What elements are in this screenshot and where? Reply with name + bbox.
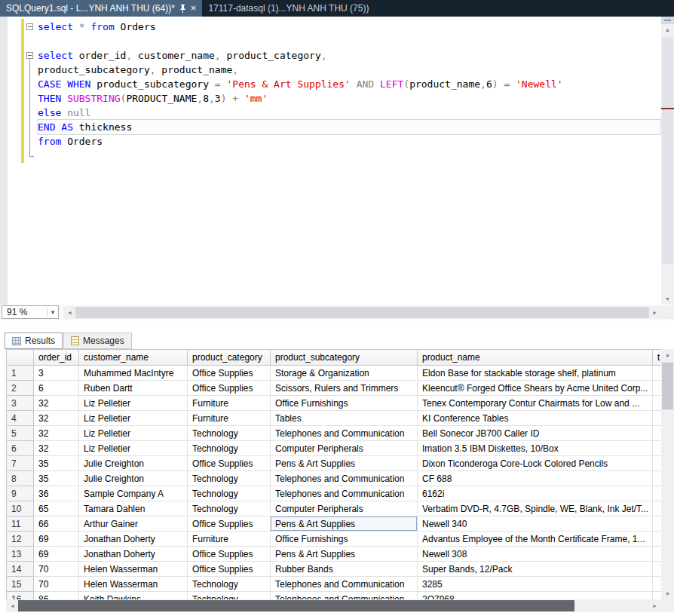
row-number[interactable]: 16 — [7, 592, 34, 600]
grid-cell[interactable]: 6162i — [418, 486, 653, 501]
grid-cell[interactable]: 65 — [34, 501, 79, 516]
grid-cell[interactable]: Pens & Art Supplies — [271, 547, 418, 562]
column-header[interactable]: product_subcategory — [271, 350, 418, 366]
grid-cell[interactable]: Liz Pelletier — [79, 411, 188, 426]
grid-cell[interactable]: Office Furnishings — [271, 532, 418, 547]
grid-cell[interactable]: 3 — [34, 366, 79, 381]
grid-cell[interactable]: Office Supplies — [188, 381, 271, 396]
code-line[interactable]: else null — [38, 106, 660, 120]
grid-cell[interactable]: Advantus Employee of the Month Certifica… — [418, 532, 653, 547]
grid-cell[interactable]: Office Supplies — [188, 547, 271, 562]
scroll-up-icon[interactable]: ▲ — [661, 349, 674, 360]
scroll-down-icon[interactable]: ▼ — [661, 588, 674, 599]
grid-cell[interactable]: Technology — [188, 426, 271, 441]
grid-cell[interactable]: Keith Dawkins — [79, 592, 188, 600]
row-number-header[interactable] — [7, 350, 34, 366]
scroll-left-icon[interactable]: ◄ — [6, 599, 19, 612]
tab-17117-datasql[interactable]: 17117-datasql (1)...YNH ANH THU (75)) — [202, 0, 375, 17]
row-number[interactable]: 12 — [7, 532, 34, 547]
grid-cell[interactable]: Telephones and Communication — [271, 486, 418, 501]
grid-cell[interactable]: Helen Wasserman — [79, 577, 188, 592]
grid-cell[interactable]: Office Supplies — [188, 456, 271, 471]
grid-cell[interactable]: Newell 340 — [418, 516, 653, 532]
code-line[interactable]: select * from Orders — [38, 20, 660, 34]
scroll-up-icon[interactable]: ▲ — [661, 24, 674, 35]
grid-cell[interactable]: Helen Wasserman — [79, 562, 188, 577]
grid-cell[interactable]: Kleencut® Forged Office Shears by Acme U… — [418, 381, 653, 396]
editor-vertical-scrollbar[interactable]: ▲ ▼ — [661, 17, 674, 305]
code-area[interactable]: select * from Orders select order_id, cu… — [0, 17, 660, 163]
grid-cell[interactable]: Furniture — [188, 396, 271, 411]
code-line[interactable]: END AS thickness — [38, 120, 660, 134]
code-line[interactable]: select order_id, customer_name, product_… — [38, 48, 660, 63]
grid-cell[interactable]: Telephones and Communication — [271, 592, 418, 600]
scroll-right-icon[interactable]: ► — [648, 306, 661, 319]
grid-cell[interactable]: Office Supplies — [188, 366, 271, 381]
grid-cell[interactable]: 32 — [34, 396, 79, 411]
grid-cell[interactable]: Office Supplies — [188, 516, 271, 532]
row-number[interactable]: 14 — [7, 562, 34, 577]
row-number[interactable]: 9 — [7, 486, 34, 501]
grid-cell[interactable]: Verbatim DVD-R, 4.7GB, Spindle, WE, Blan… — [418, 501, 653, 516]
grid-cell[interactable]: Liz Pelletier — [79, 426, 188, 441]
grid-cell[interactable]: Jonathan Doherty — [79, 532, 188, 547]
row-number[interactable]: 15 — [7, 577, 34, 592]
grid-horizontal-scrollbar[interactable]: ◄ ► — [6, 599, 661, 612]
grid-cell[interactable]: Office Supplies — [188, 562, 271, 577]
grid-cell[interactable]: Imation 3.5 IBM Diskettes, 10/Box — [418, 441, 653, 456]
grid-cell[interactable]: Julie Creighton — [79, 471, 188, 486]
grid-cell[interactable]: 32 — [34, 441, 79, 456]
grid-cell[interactable]: Jonathan Doherty — [79, 547, 188, 562]
column-header[interactable]: product_name — [418, 350, 653, 366]
row-number[interactable]: 4 — [7, 411, 34, 426]
grid-cell[interactable]: Technology — [188, 501, 271, 516]
code-line[interactable] — [38, 149, 660, 163]
tab-messages[interactable]: Messages — [63, 333, 132, 349]
code-line[interactable]: from Orders — [38, 134, 660, 149]
column-header[interactable]: product_category — [188, 350, 271, 366]
editor-horizontal-scrollbar[interactable]: ◄ ► — [63, 306, 661, 319]
grid-cell[interactable]: Tables — [271, 411, 418, 426]
row-number[interactable]: 6 — [7, 441, 34, 456]
split-gripper[interactable] — [661, 17, 674, 24]
grid-cell[interactable]: 69 — [34, 547, 79, 562]
grid-cell[interactable]: Computer Peripherals — [271, 441, 418, 456]
tab-sqlquery1[interactable]: SQLQuery1.sql - L...YNH ANH THU (64))* × — [0, 0, 202, 17]
grid-cell[interactable]: Dixon Ticonderoga Core-Lock Colored Penc… — [418, 456, 653, 471]
grid-cell[interactable]: Julie Creighton — [79, 456, 188, 471]
grid-cell[interactable]: Eldon Base for stackable storage shelf, … — [418, 366, 653, 381]
grid-cell[interactable]: Tenex Contemporary Contur Chairmats for … — [418, 396, 653, 411]
grid-cell[interactable]: Muhammed MacIntyre — [79, 366, 188, 381]
grid-cell[interactable]: 35 — [34, 456, 79, 471]
code-line[interactable]: CASE WHEN product_subcategory = 'Pens & … — [38, 77, 660, 91]
grid-vertical-scrollbar[interactable]: ▲ ▼ — [661, 349, 674, 599]
row-number[interactable]: 7 — [7, 456, 34, 471]
grid-cell[interactable]: Office Furnishings — [271, 396, 418, 411]
zoom-combo[interactable]: 91 % ▾ — [2, 305, 59, 319]
column-header[interactable]: customer_name — [79, 350, 188, 366]
editor-hscroll-thumb[interactable] — [75, 307, 649, 318]
grid-cell[interactable]: Bell Sonecor JB700 Caller ID — [418, 426, 653, 441]
grid-cell[interactable]: Tamara Dahlen — [79, 501, 188, 516]
grid-cell[interactable]: Storage & Organization — [271, 366, 418, 381]
grid-cell[interactable]: 36 — [34, 486, 79, 501]
pin-icon[interactable] — [179, 5, 186, 13]
grid-cell[interactable]: Telephones and Communication — [271, 471, 418, 486]
editor-vscroll-thumb[interactable] — [662, 38, 673, 264]
row-number[interactable]: 10 — [7, 501, 34, 516]
row-number[interactable]: 3 — [7, 396, 34, 411]
grid-cell[interactable]: 66 — [34, 516, 79, 532]
grid-cell[interactable]: Furniture — [188, 411, 271, 426]
grid-cell[interactable]: Sample Company A — [79, 486, 188, 501]
grid-cell[interactable]: 32 — [34, 426, 79, 441]
grid-cell[interactable]: Pens & Art Supplies — [271, 516, 418, 532]
grid-vscroll-thumb[interactable] — [662, 363, 673, 409]
grid-cell[interactable]: Scissors, Rulers and Trimmers — [271, 381, 418, 396]
grid-cell[interactable]: Telephones and Communication — [271, 577, 418, 592]
grid-cell[interactable]: Telephones and Communication — [271, 426, 418, 441]
grid-cell[interactable]: Technology — [188, 486, 271, 501]
grid-cell[interactable]: 86 — [34, 592, 79, 600]
row-number[interactable]: 1 — [7, 366, 34, 381]
grid-cell[interactable]: Super Bands, 12/Pack — [418, 562, 653, 577]
row-number[interactable]: 5 — [7, 426, 34, 441]
